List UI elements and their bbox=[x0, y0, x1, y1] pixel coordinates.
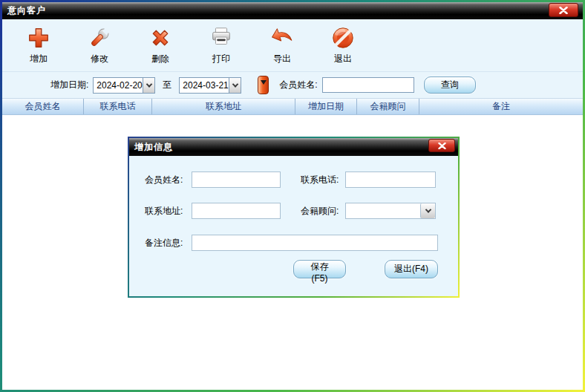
column-header-consultant[interactable]: 会籍顾问 bbox=[357, 99, 419, 114]
dialog-address-label: 联系地址: bbox=[145, 203, 183, 219]
column-header-remark[interactable]: 备注 bbox=[419, 99, 583, 114]
dialog-save-button[interactable]: 保存(F5) bbox=[293, 260, 346, 278]
wrench-icon bbox=[87, 25, 112, 50]
column-header-address[interactable]: 联系地址 bbox=[152, 99, 295, 114]
triangle-down-icon bbox=[261, 80, 267, 85]
search-button[interactable]: 查询 bbox=[424, 76, 476, 94]
dialog-member-name-input[interactable] bbox=[192, 172, 281, 188]
chevron-down-icon bbox=[146, 81, 151, 87]
printer-icon bbox=[209, 25, 234, 50]
toolbar-label-exit: 退出 bbox=[334, 53, 352, 65]
chevron-down-icon bbox=[232, 81, 238, 87]
toolbar-button-export[interactable]: 导出 bbox=[252, 22, 313, 68]
add-plus-icon bbox=[26, 25, 51, 50]
toolbar-label-edit: 修改 bbox=[91, 53, 108, 65]
toolbar-label-add: 增加 bbox=[30, 53, 48, 65]
delete-x-icon bbox=[148, 25, 173, 50]
column-header-member-name[interactable]: 会员姓名 bbox=[2, 99, 84, 114]
member-name-search-input[interactable] bbox=[322, 77, 414, 93]
dialog-phone-input[interactable] bbox=[345, 172, 436, 188]
dialog-consultant-value bbox=[346, 203, 420, 218]
dialog-address-input[interactable] bbox=[192, 203, 281, 219]
chevron-down-icon bbox=[425, 206, 431, 212]
dialog-close-button[interactable] bbox=[428, 139, 455, 152]
window-close-button[interactable] bbox=[549, 3, 578, 17]
member-name-label: 会员姓名: bbox=[279, 79, 317, 91]
column-header-add-date[interactable]: 增加日期 bbox=[295, 99, 357, 114]
toolbar-button-exit[interactable]: 退出 bbox=[313, 22, 373, 68]
close-icon bbox=[559, 7, 568, 14]
date-range-label: 增加日期: bbox=[50, 79, 88, 91]
close-icon bbox=[438, 143, 446, 149]
toolbar-label-export: 导出 bbox=[273, 53, 291, 65]
app-window: 意向客户 增加 bbox=[0, 0, 585, 392]
date-from-dropdown-button[interactable] bbox=[143, 78, 155, 93]
dialog-remark-input[interactable] bbox=[192, 235, 438, 251]
toolbar-button-add[interactable]: 增加 bbox=[8, 22, 69, 68]
date-from-value: 2024-02-20 bbox=[94, 80, 142, 91]
dialog-remark-label: 备注信息: bbox=[145, 235, 183, 251]
toolbar: 增加 修改 删除 bbox=[2, 19, 583, 72]
toolbar-button-edit[interactable]: 修改 bbox=[69, 22, 130, 68]
dialog-consultant-combo[interactable] bbox=[345, 203, 436, 219]
date-to-separator-label: 至 bbox=[163, 79, 171, 91]
dialog-exit-button[interactable]: 退出(F4) bbox=[385, 260, 438, 278]
dialog-body: 会员姓名: 联系电话: 联系地址: 会籍顾问: 备注信息: 保存(F5) 退出(… bbox=[129, 156, 458, 296]
toolbar-button-print[interactable]: 打印 bbox=[191, 22, 252, 68]
column-header-phone[interactable]: 联系电话 bbox=[84, 99, 152, 114]
dialog-titlebar[interactable]: 增加信息 bbox=[129, 138, 458, 156]
window-title: 意向客户 bbox=[7, 4, 46, 17]
export-arrow-icon bbox=[269, 25, 295, 50]
window-titlebar[interactable]: 意向客户 bbox=[2, 2, 583, 19]
dialog-consultant-label: 会籍顾问: bbox=[301, 203, 339, 219]
date-from-combo[interactable]: 2024-02-20 bbox=[93, 77, 155, 94]
toolbar-label-print: 打印 bbox=[212, 53, 230, 65]
exit-block-icon bbox=[330, 25, 356, 50]
date-options-button[interactable] bbox=[258, 76, 269, 94]
dialog-title: 增加信息 bbox=[134, 141, 173, 154]
filter-bar: 增加日期: 2024-02-20 至 2024-03-21 会员姓名: 查询 bbox=[2, 72, 583, 99]
toolbar-label-delete: 删除 bbox=[151, 53, 169, 65]
date-to-value: 2024-03-21 bbox=[180, 80, 228, 91]
date-to-dropdown-button[interactable] bbox=[229, 78, 241, 93]
date-to-combo[interactable]: 2024-03-21 bbox=[179, 77, 241, 94]
dialog-member-name-label: 会员姓名: bbox=[145, 172, 183, 188]
dialog-consultant-dropdown-button[interactable] bbox=[420, 203, 435, 218]
grid-header: 会员姓名 联系电话 联系地址 增加日期 会籍顾问 备注 bbox=[2, 99, 583, 115]
toolbar-button-delete[interactable]: 删除 bbox=[130, 22, 191, 68]
add-info-dialog: 增加信息 会员姓名: 联系电话: 联系地址: 会籍顾问: 备注信息: 保存(F5… bbox=[128, 137, 460, 298]
dialog-phone-label: 联系电话: bbox=[301, 172, 339, 188]
